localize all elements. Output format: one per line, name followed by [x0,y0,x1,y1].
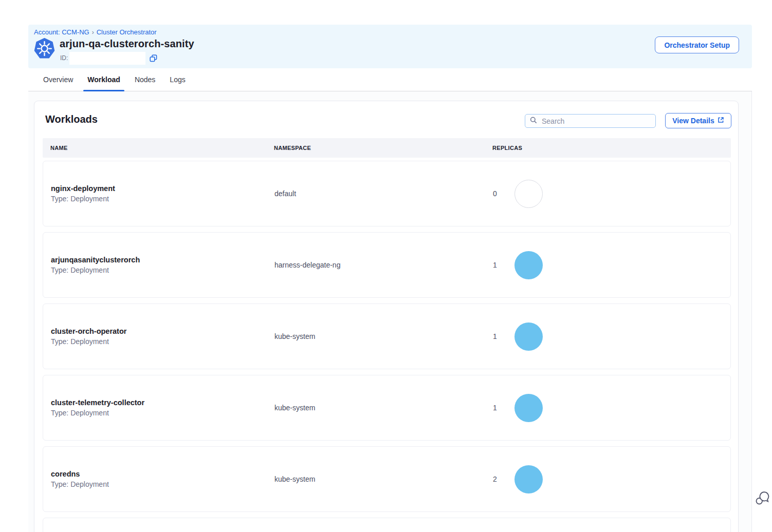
cluster-id-row: ID: [60,51,157,65]
replicas-cell: 0 [493,180,730,208]
workload-name: arjunqasanityclusterorch [51,256,274,264]
workloads-card: Workloads View Details [34,101,739,532]
replicas-cell: 1 [493,394,730,422]
replica-count: 1 [493,404,499,412]
replica-circle [514,251,543,279]
tab-nodes-label: Nodes [135,75,155,84]
workload-name-cell: nginx-deployment Type: Deployment [51,184,274,203]
workload-name: nginx-deployment [51,184,274,193]
workload-name-cell: cluster-telemetry-collector Type: Deploy… [51,398,274,417]
replica-circle [514,394,543,422]
replica-circle [514,465,543,493]
replica-count: 0 [493,189,499,198]
workload-type: Type: Deployment [51,195,274,203]
orchestrator-setup-button[interactable]: Orchestrator Setup [655,36,739,53]
content-area: Workloads View Details [28,91,752,532]
replicas-cell: 1 [493,251,730,279]
cluster-header-band: Account: CCM-NG›Cluster Orchestrator ar [28,25,752,68]
view-details-button[interactable]: View Details [665,113,731,128]
replicas-cell: 1 [493,322,730,351]
workload-name-cell: cluster-orch-operator Type: Deployment [51,327,274,346]
workloads-search[interactable] [525,114,656,128]
replica-circle [514,322,543,351]
replica-count: 2 [493,475,499,483]
workload-name-cell: coredns Type: Deployment [51,470,274,488]
replica-circle [514,180,543,208]
cluster-id-redacted [69,52,145,65]
kubernetes-icon [34,38,55,60]
app-container: Account: CCM-NG›Cluster Orchestrator ar [28,25,752,532]
column-header-replicas: REPLICAS [492,145,731,151]
workload-namespace: harness-delegate-ng [274,261,493,269]
table-row[interactable]: nginx-deployment Type: Deployment defaul… [43,161,731,226]
workload-namespace: kube-system [274,475,493,483]
workloads-heading: Workloads [45,113,98,125]
breadcrumb-account-link[interactable]: Account: CCM-NG [34,28,89,36]
workload-type: Type: Deployment [51,337,274,346]
tab-workload-label: Workload [87,75,120,84]
workload-name: cluster-orch-operator [51,327,274,335]
table-header-row: NAME NAMESPACE REPLICAS [43,138,731,158]
workload-type: Type: Deployment [51,409,274,417]
cluster-id-label: ID: [60,54,68,62]
tab-overview[interactable]: Overview [42,68,74,91]
tab-logs[interactable]: Logs [169,68,186,91]
workload-name: coredns [51,470,274,478]
workloads-table: NAME NAMESPACE REPLICAS nginx-deployment… [43,138,731,532]
column-header-namespace: NAMESPACE [274,145,492,151]
tab-nodes[interactable]: Nodes [134,68,156,91]
view-details-label: View Details [672,117,714,125]
page-title: arjun-qa-clusterorch-sanity [60,38,194,50]
table-row[interactable]: coredns Type: Deployment kube-system 2 [43,446,731,512]
workload-namespace: default [274,189,493,198]
table-row-partial [43,518,731,532]
replica-count: 1 [493,332,499,340]
tab-logs-label: Logs [170,75,185,84]
replica-count: 1 [493,261,499,269]
table-row[interactable]: cluster-telemetry-collector Type: Deploy… [43,375,731,441]
workload-name-cell: arjunqasanityclusterorch Type: Deploymen… [51,256,274,274]
breadcrumb: Account: CCM-NG›Cluster Orchestrator [34,28,157,36]
chat-bubble-icon[interactable] [755,490,770,506]
breadcrumb-separator: › [92,29,94,36]
tab-bar: Overview Workload Nodes Logs [28,68,752,91]
workload-name: cluster-telemetry-collector [51,398,274,407]
search-icon [530,117,537,126]
breadcrumb-section-link[interactable]: Cluster Orchestrator [97,28,157,36]
copy-icon[interactable] [150,54,157,62]
workload-namespace: kube-system [274,332,493,340]
workload-type: Type: Deployment [51,480,274,488]
table-row[interactable]: arjunqasanityclusterorch Type: Deploymen… [43,232,731,298]
column-header-name: NAME [50,145,274,151]
tab-overview-label: Overview [43,75,73,84]
workload-namespace: kube-system [274,404,493,412]
table-row[interactable]: cluster-orch-operator Type: Deployment k… [43,303,731,369]
workload-type: Type: Deployment [51,266,274,274]
tab-workload[interactable]: Workload [86,68,121,91]
search-input[interactable] [541,117,651,126]
external-link-icon [718,117,724,125]
table-rows: nginx-deployment Type: Deployment defaul… [43,161,731,512]
replicas-cell: 2 [493,465,730,493]
